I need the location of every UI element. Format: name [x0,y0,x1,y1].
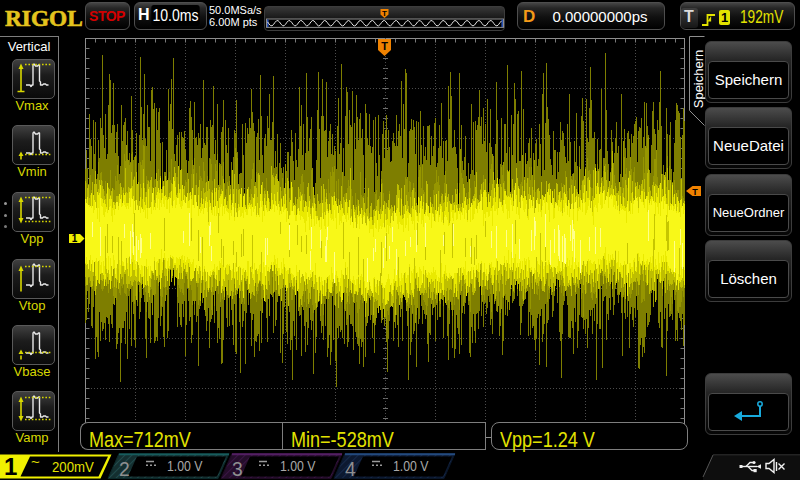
svg-text:200mV: 200mV [52,458,94,475]
svg-text:~: ~ [31,453,40,470]
svg-text:2: 2 [119,457,130,480]
svg-text:T: T [692,187,698,197]
svg-text:T: T [382,9,387,18]
svg-text:1.00 V: 1.00 V [167,458,203,474]
svg-text:3: 3 [232,457,243,480]
svg-text:1: 1 [72,233,78,244]
svg-text:1: 1 [4,453,17,480]
svg-text:1.00 V: 1.00 V [280,458,316,474]
svg-text:4: 4 [345,457,356,480]
svg-text:T: T [381,40,388,52]
svg-text:1.00 V: 1.00 V [393,458,429,474]
